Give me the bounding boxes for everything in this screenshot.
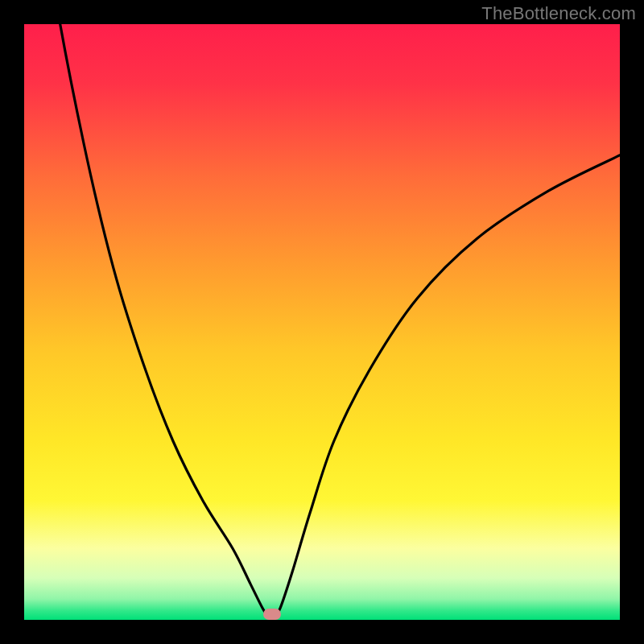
optimum-marker (263, 609, 281, 620)
watermark-text: TheBottleneck.com (481, 3, 636, 24)
chart-frame: TheBottleneck.com (0, 0, 644, 644)
bottleneck-curve (24, 24, 620, 620)
plot-area (24, 24, 620, 620)
